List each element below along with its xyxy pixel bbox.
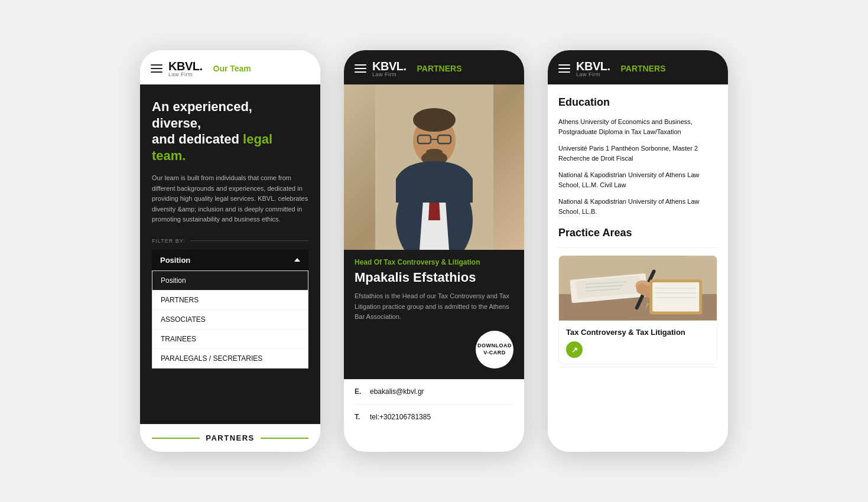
edu-item-1: Athens University of Economics and Busin… [558,117,717,136]
phone1-header: KBVL. Law Firm Our Team [140,50,320,84]
menu-icon-3[interactable] [558,64,570,73]
position-header-label: Position [160,256,190,265]
contact-phone-row: T. tel:+302106781385 [355,405,513,429]
edu-item-4: National & Kapodistrian University of At… [558,197,717,216]
person-name: Mpakalis Efstathios [344,270,524,285]
footer-label: PARTNERS [206,433,255,442]
dropdown-item-trainees[interactable]: TRAINEES [152,330,308,349]
practice-card-label: Tax Controversy & Tax Litigation [559,321,717,339]
practice-image [559,256,717,321]
edu-item-2: Université Paris 1 Panthéon Sorbonne, Ma… [558,144,717,163]
vcard-button-wrap: DOWNLOAD V-CARD [344,331,524,369]
logo-sub-3: Law Firm [576,71,610,77]
chevron-up-icon [294,258,300,262]
person-bio: Efstathios is the Head of our Tax Contro… [344,291,524,322]
phone-1: KBVL. Law Firm Our Team An experienced, … [140,50,320,452]
menu-icon[interactable] [151,64,162,73]
hero-description: Our team is built from individuals that … [152,173,308,225]
phone-key: T. [355,413,363,421]
divider-top [558,247,717,248]
logo-block-3: KBVL. Law Firm [576,60,610,77]
section-label: Our Team [213,64,251,73]
practice-title: Practice Areas [558,227,717,239]
education-title: Education [558,96,717,109]
dropdown-item-position[interactable]: Position [152,271,308,291]
divider-bottom [558,367,717,367]
person-photo [344,84,524,250]
phone3-header: KBVL. Law Firm PARTNERS [548,50,728,84]
position-dropdown: Position PARTNERS ASSOCIATES TRAINEES PA… [152,270,308,369]
position-filter-header[interactable]: Position [152,250,308,270]
logo-block: KBVL. Law Firm [168,60,203,77]
person-illustration [375,84,493,250]
phone2-header: KBVL. Law Firm PARTNERS [344,50,524,84]
svg-rect-25 [652,282,699,311]
position-filter: Position Position PARTNERS ASSOCIATES TR… [152,250,308,369]
footer-line-left [152,438,200,439]
dropdown-item-associates[interactable]: ASSOCIATES [152,310,308,330]
dropdown-item-partners[interactable]: PARTNERS [152,291,308,310]
contact-email-row: E. ebakalis@kbvl.gr [355,379,513,405]
practice-card: Tax Controversy & Tax Litigation ↗ [558,255,717,364]
phone1-hero: An experienced, diverse, and dedicated l… [140,84,320,424]
menu-icon-2[interactable] [355,64,366,73]
phone2-contact: E. ebakalis@kbvl.gr T. tel:+302106781385 [344,379,524,429]
phone3-content: Education Athens University of Economics… [548,84,728,452]
edu-item-3: National & Kapodistrian University of At… [558,170,717,190]
practice-arrow-button[interactable]: ↗ [566,341,583,358]
dropdown-item-paralegals[interactable]: PARALEGALS / SECRETARIES [152,349,308,368]
practice-section: Practice Areas [558,227,717,367]
footer-line-right [261,438,308,439]
phone-2: KBVL. Law Firm PARTNERS [344,50,524,452]
svg-point-6 [413,108,456,132]
vcard-label-vcard: V-CARD [483,350,506,357]
vcard-label-download: DOWNLOAD [477,343,512,350]
phone2-dark-section: Head Of Tax Controversy & Litigation Mpa… [344,84,524,379]
logo-sub: Law Firm [168,71,203,77]
section-label-2: PARTNERS [417,64,462,73]
person-role: Head Of Tax Controversy & Litigation [344,258,524,266]
phone-value[interactable]: tel:+302106781385 [370,413,431,421]
logo-block-2: KBVL. Law Firm [372,60,407,77]
vcard-button[interactable]: DOWNLOAD V-CARD [476,331,513,369]
email-key: E. [355,387,363,396]
phone1-footer: PARTNERS [140,424,320,452]
hero-title: An experienced, diverse, and dedicated l… [152,99,308,164]
email-value[interactable]: ebakalis@kbvl.gr [370,387,424,396]
logo-sub-2: Law Firm [372,71,407,77]
practice-illustration [559,256,717,321]
filter-label: FILTER BY: [152,238,308,244]
phone-3: KBVL. Law Firm PARTNERS Education Athens… [548,50,728,452]
section-label-3: PARTNERS [621,64,666,73]
svg-point-11 [426,149,443,155]
phones-container: KBVL. Law Firm Our Team An experienced, … [140,50,728,452]
